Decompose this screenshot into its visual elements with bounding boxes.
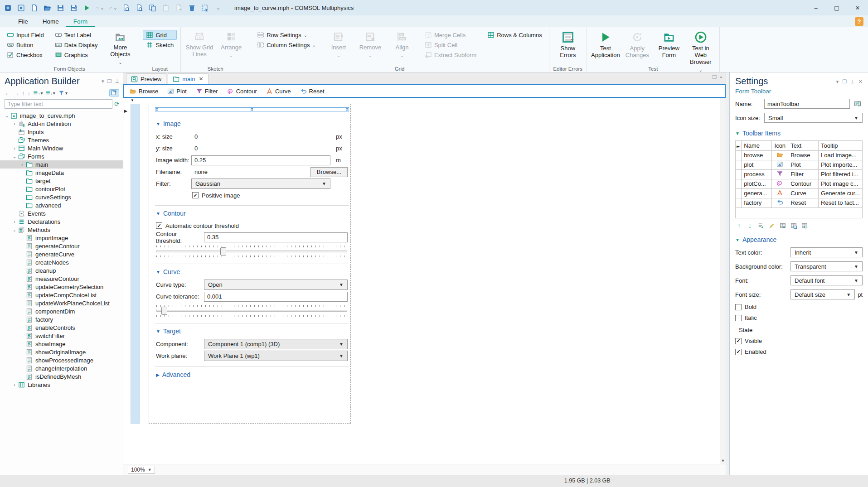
form-toolbar-button-curve[interactable]: Curve — [266, 88, 291, 95]
item-tooltip-cell[interactable]: Generate cur... — [819, 188, 863, 198]
editor-options-icon[interactable]: ▪ — [720, 74, 722, 80]
editor-tab-main[interactable]: main✕ — [168, 73, 208, 84]
ribbon-button-row-settings[interactable]: Row Settings⌄ — [254, 30, 319, 40]
item-name-cell[interactable]: genera... — [742, 188, 772, 198]
panel-close-icon[interactable]: ✕ — [858, 79, 863, 85]
ribbon-button-rows-columns[interactable]: Rows & Columns — [484, 30, 545, 40]
tree-item-advanced[interactable]: advanced — [0, 201, 123, 209]
visible-checkbox[interactable] — [735, 338, 742, 344]
expand-arrow-icon[interactable]: › — [11, 146, 18, 151]
save-as-icon[interactable] — [69, 4, 78, 12]
item-icon-cell[interactable] — [772, 169, 788, 179]
help-button[interactable]: ? — [855, 17, 863, 26]
tree-item-factory[interactable]: factory — [0, 315, 123, 323]
tree-item-isDefinedByMesh[interactable]: isDefinedByMesh — [0, 372, 123, 381]
tree-item-Inputs[interactable]: Inputs — [0, 128, 123, 136]
icon-size-select[interactable]: Small▼ — [764, 113, 863, 123]
column-header-name[interactable]: Name — [742, 141, 772, 150]
table-settings-icon[interactable] — [800, 222, 808, 229]
workplane-select[interactable]: Work Plane 1 (wp1)▼ — [204, 351, 348, 361]
tree-item-Declarations[interactable]: ›Declarations — [0, 217, 123, 226]
toolbar-placeholder[interactable] — [155, 107, 349, 111]
expand-arrow-icon[interactable]: › — [11, 219, 18, 224]
tree-item-updateCompChoiceList[interactable]: updateCompChoiceList — [0, 291, 123, 299]
ribbon-button-grid[interactable]: Grid — [143, 30, 177, 40]
tree-item-main[interactable]: ›main — [0, 160, 123, 169]
ribbon-button-text-label[interactable]: TText Label — [52, 30, 101, 40]
customize-caret-icon[interactable]: ⌄ — [214, 4, 223, 12]
tree-item-measureContour[interactable]: measureContour — [0, 275, 123, 283]
minimize-button[interactable]: – — [805, 0, 826, 15]
item-text-cell[interactable]: Browse — [788, 150, 819, 160]
expand-arrow-icon[interactable]: › — [11, 382, 18, 387]
search-doc2-icon[interactable] — [135, 4, 144, 12]
rename-icon[interactable] — [853, 99, 863, 109]
move-down-icon[interactable]: ↓ — [746, 222, 754, 229]
row-selector-gutter[interactable] — [131, 104, 140, 424]
paste-icon[interactable] — [161, 4, 170, 12]
tree-item-changeInterpolation[interactable]: changeInterpolation — [0, 364, 123, 372]
slider-track[interactable] — [156, 310, 347, 312]
up-arrow-icon[interactable]: ↑ — [22, 90, 25, 96]
collapse-all-icon[interactable]: ≣↓▾ — [45, 90, 55, 96]
collapse-arrow-icon[interactable]: ⌄ — [11, 227, 18, 232]
ribbon-button-button[interactable]: OKButton — [4, 40, 47, 50]
tree-item-Methods[interactable]: ⌄Methods — [0, 226, 123, 234]
close-button[interactable]: ✕ — [847, 0, 868, 15]
name-input[interactable]: mainToolbar — [764, 99, 850, 109]
form-toolbar-button-plot[interactable]: Plot — [167, 88, 186, 95]
column-header-icon[interactable]: Icon — [772, 141, 788, 150]
auto-threshold-checkbox[interactable] — [156, 222, 162, 229]
search-doc-icon[interactable] — [122, 4, 131, 12]
add-toggle-icon[interactable] — [790, 222, 797, 229]
maximize-editor-icon[interactable]: ❐ — [712, 74, 717, 80]
tree-item-generateCurve[interactable]: generateCurve — [0, 250, 123, 258]
tree-item-enableControls[interactable]: enableControls — [0, 323, 123, 332]
font-select[interactable]: Default font▼ — [790, 275, 863, 285]
section-contour-header[interactable]: ▼ Contour — [156, 207, 348, 220]
form-toolbar-button-browse[interactable]: Browse — [130, 88, 158, 95]
tree-item-Events[interactable]: Events — [0, 209, 123, 217]
item-tooltip-cell[interactable]: Plot importe... — [819, 160, 863, 169]
panel-pin-icon[interactable]: ⊥ — [115, 78, 119, 84]
toolbar-item-row[interactable]: factoryResetReset to fact... — [736, 198, 862, 207]
item-name-cell[interactable]: plot — [742, 160, 772, 169]
toolbar-item-row[interactable]: plotCo...ContourPlot image c... — [736, 179, 862, 188]
editor-tab-preview[interactable]: Preview — [126, 73, 166, 84]
toolbar-items-header[interactable]: ▼ Toolbar Items — [735, 130, 863, 137]
edit-item-icon[interactable] — [768, 222, 776, 229]
slider-handle[interactable] — [161, 307, 167, 315]
item-icon-cell[interactable] — [772, 179, 788, 188]
tree-item-cleanup[interactable]: cleanup — [0, 266, 123, 275]
text-color-select[interactable]: Inherit▼ — [790, 247, 863, 257]
item-name-cell[interactable]: factory — [742, 198, 772, 207]
scroll-down-icon[interactable]: ▼ — [720, 458, 726, 463]
item-text-cell[interactable]: Contour — [788, 179, 819, 188]
section-advanced-header[interactable]: ▶ Advanced — [156, 368, 348, 381]
item-text-cell[interactable]: Curve — [788, 188, 819, 198]
forward-arrow-icon[interactable]: → — [13, 90, 19, 96]
curve-tolerance-input[interactable]: 0.001 — [204, 292, 348, 302]
tree-item-imageData[interactable]: imageData — [0, 169, 123, 177]
font-size-select[interactable]: Default size▼ — [790, 289, 855, 299]
tree-item-importImage[interactable]: importImage — [0, 234, 123, 242]
tree-item-contourPlot[interactable]: contourPlot — [0, 185, 123, 193]
vertical-scrollbar[interactable]: ▼ — [720, 98, 726, 464]
browse-button[interactable]: Browse... — [310, 167, 348, 177]
run-icon[interactable] — [82, 4, 91, 12]
tree-item-updateWorkPlaneChoiceList[interactable]: updateWorkPlaneChoiceList — [0, 299, 123, 307]
panel-float-icon[interactable]: ❐ — [107, 78, 112, 84]
item-tooltip-cell[interactable]: Plot filtered i... — [819, 169, 863, 179]
tree-item-createNodes[interactable]: createNodes — [0, 258, 123, 266]
ribbon-button-input-field[interactable]: Input Field — [4, 30, 47, 40]
form-toolbar-button-filter[interactable]: Filter — [196, 88, 218, 95]
italic-checkbox[interactable] — [735, 315, 742, 321]
expand-arrow-icon[interactable]: › — [11, 121, 18, 126]
ribbon-button-checkbox[interactable]: Checkbox — [4, 50, 47, 60]
item-tooltip-cell[interactable]: Reset to fact... — [819, 198, 863, 207]
expand-all-rows-icon[interactable]: ▸▸ — [736, 141, 742, 150]
tree-filter-input[interactable] — [5, 99, 112, 109]
open-icon[interactable] — [43, 4, 52, 12]
add-item-icon[interactable] — [757, 222, 765, 229]
collapse-arrow-icon[interactable]: ⌄ — [4, 113, 10, 118]
